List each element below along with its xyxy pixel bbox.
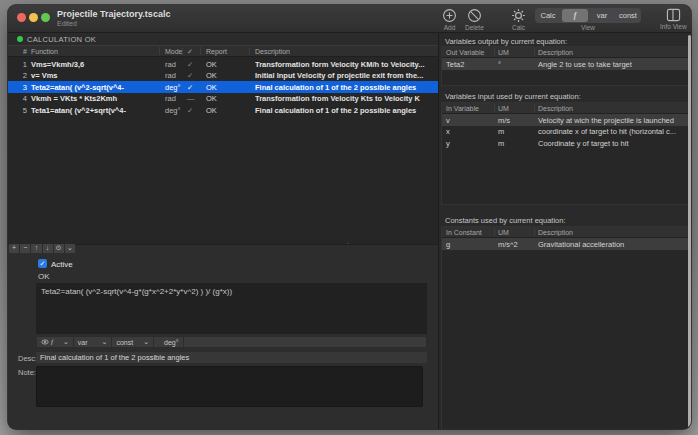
status-ok-icon: [17, 36, 23, 42]
plus-icon: +: [12, 244, 16, 251]
note-field[interactable]: [36, 366, 423, 407]
view-segment-var[interactable]: var: [589, 8, 615, 23]
delete-icon: [467, 8, 482, 23]
desc-label: Desc:: [18, 354, 37, 363]
app-window: Projectile Trajectory.tscalc Edited Add …: [8, 5, 691, 429]
function-row-2[interactable]: 2 v= Vms rad ✓ OK Initial Input Velocity…: [8, 70, 438, 82]
active-checkbox[interactable]: ✓: [38, 259, 47, 268]
more-options-button[interactable]: ⌄: [65, 244, 75, 253]
input-variable-row-y[interactable]: y m Coordinate y of target to hit: [442, 137, 689, 149]
output-variables-title: Variables output by current equation:: [445, 37, 567, 46]
const-dropdown[interactable]: const ⌄: [112, 337, 154, 347]
col-header-description[interactable]: Description: [255, 48, 290, 55]
minus-icon: −: [23, 244, 27, 251]
function-row-4[interactable]: 4 Vkmh = VKts * Kts2Kmh rad — OK Transfo…: [8, 93, 438, 105]
view-segment-f[interactable]: f: [562, 9, 588, 22]
col-header-report[interactable]: Report: [206, 48, 227, 55]
input-variable-row-v[interactable]: v m/s Velocity at wich the projectile is…: [442, 114, 689, 126]
active-checkbox-label: Active: [51, 260, 73, 269]
function-row-5[interactable]: 5 Teta1=atan( (v^2+sqrt(v^4- deg° ✓ OK F…: [8, 104, 438, 116]
view-segment-const[interactable]: const: [615, 8, 641, 23]
chevron-down-icon: ⌄: [63, 338, 69, 346]
title-bar: Projectile Trajectory.tscalc Edited Add …: [8, 5, 691, 33]
gear-icon: [511, 8, 526, 23]
constant-row-g[interactable]: g m/s^2 Gravitational accelleration: [442, 238, 689, 250]
output-table-header: Out Variable UM Description: [442, 47, 689, 58]
function-table-body: 1 Vms=Vkmh/3,6 rad ✓ OK Transformation f…: [8, 58, 438, 116]
move-up-button[interactable]: ↑: [31, 244, 42, 253]
move-down-button[interactable]: ↓: [43, 244, 54, 253]
function-dropdown[interactable]: f ⌄: [37, 337, 74, 347]
formula-input[interactable]: Teta2=atan( (v^2-sqrt(v^4-g*(g*x^2+2*y*v…: [36, 283, 427, 334]
view-segmented-control: Calc f var const View: [535, 8, 641, 31]
col-header-num[interactable]: #: [12, 48, 27, 55]
calculation-status-bar: CALCULATION OK: [8, 33, 438, 45]
split-view-icon: [666, 8, 681, 22]
chevron-down-icon: ⌄: [67, 244, 73, 251]
action-circle-icon: ⊙: [56, 244, 62, 251]
info-view-button[interactable]: Info View: [660, 8, 687, 30]
arrow-up-icon: ↑: [35, 244, 39, 251]
equation-result-status: OK: [38, 272, 50, 281]
output-variables-table: Out Variable UM Description Teta2 ° Angl…: [441, 46, 690, 86]
deg-mode-button[interactable]: deg°: [160, 337, 183, 347]
input-variables-title: Variables input used by current equation…: [445, 92, 581, 101]
input-variables-table: In Variable UM Description v m/s Velocit…: [441, 102, 690, 205]
function-table-header: # Function Mode ✓ Report Description: [8, 45, 438, 57]
view-label: View: [535, 24, 641, 31]
info-pane: Variables output by current equation: Ou…: [438, 33, 691, 429]
minimize-window-button[interactable]: [29, 13, 38, 22]
input-variable-row-x[interactable]: x m coordinate x of target to hit (horiz…: [442, 126, 689, 138]
chevron-down-icon: ⌄: [102, 338, 108, 346]
calculation-status-text: CALCULATION OK: [27, 35, 96, 44]
calc-button[interactable]: Calc: [511, 8, 526, 31]
constants-table-header: In Constant UM Description: [442, 227, 689, 238]
constants-table: In Constant UM Description g m/s^2 Gravi…: [441, 226, 690, 429]
action-menu-button[interactable]: ⊙: [54, 244, 65, 253]
delete-button[interactable]: Delete: [465, 8, 484, 31]
scrollbar[interactable]: [688, 35, 691, 427]
col-header-check[interactable]: ✓: [187, 48, 193, 56]
zoom-window-button[interactable]: [41, 13, 50, 22]
document-edited-badge: Edited: [57, 20, 77, 27]
col-header-mode[interactable]: Mode: [165, 48, 183, 55]
functions-pane: CALCULATION OK # Function Mode ✓ Report …: [8, 33, 438, 429]
note-label: Note:: [18, 368, 36, 377]
input-table-header: In Variable UM Description: [442, 103, 689, 114]
remove-row-button[interactable]: −: [20, 244, 31, 253]
add-icon: [442, 8, 457, 23]
close-window-button[interactable]: [17, 13, 26, 22]
arrow-down-icon: ↓: [46, 244, 50, 251]
view-segment-calc[interactable]: Calc: [535, 8, 561, 23]
var-dropdown[interactable]: var ⌄: [74, 337, 113, 347]
constants-title: Constants used by current equation:: [445, 216, 566, 225]
function-row-3-selected[interactable]: 3 Teta2=atan( (v^2-sqrt(v^4- deg° ✓ OK F…: [8, 81, 438, 93]
equation-editor-panel: ✓ Active OK Teta2=atan( (v^2-sqrt(v^4-g*…: [8, 244, 438, 429]
window-title: Projectile Trajectory.tscalc: [57, 9, 170, 19]
list-edit-toolbar: + − ↑ ↓ ⊙ ⌄: [9, 244, 75, 253]
function-row-1[interactable]: 1 Vms=Vkmh/3,6 rad ✓ OK Transformation f…: [8, 58, 438, 70]
description-field[interactable]: Final calculation of 1 of the 2 possible…: [36, 352, 427, 363]
chevron-down-icon: ⌄: [143, 338, 149, 346]
col-header-function[interactable]: Function: [31, 48, 58, 55]
eye-icon: [41, 339, 49, 345]
output-variable-row[interactable]: Teta2 ° Angle 2 to use to take target: [442, 58, 689, 70]
formula-toolbar: f ⌄ var ⌄ const ⌄ deg°: [36, 336, 427, 348]
add-button[interactable]: Add: [442, 8, 457, 31]
add-row-button[interactable]: +: [9, 244, 20, 253]
